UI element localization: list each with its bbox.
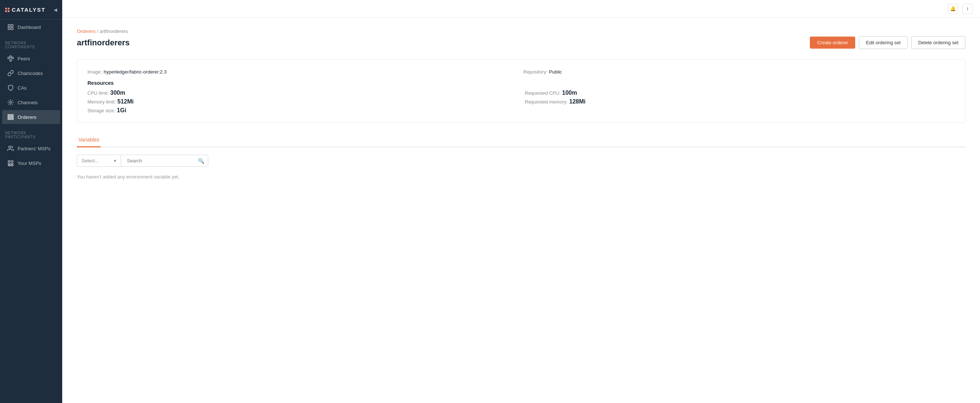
- svg-rect-3: [11, 28, 13, 30]
- main-content: 🔔 i Orderers / artfinorderers artfinorde…: [62, 0, 980, 403]
- orderers-label: Orderers: [18, 114, 36, 120]
- search-box: 🔍: [121, 155, 208, 167]
- collapse-button[interactable]: ◀: [54, 7, 57, 13]
- resources-title: Resources: [88, 80, 955, 86]
- image-label: Image:: [88, 69, 102, 75]
- your-msps-label: Your MSPs: [18, 160, 41, 166]
- storage-size-value: 1Gi: [117, 107, 126, 113]
- sidebar-item-orderers[interactable]: Orderers: [2, 110, 60, 124]
- svg-rect-5: [12, 57, 14, 59]
- storage-size-field: Storage size: 1Gi: [88, 107, 517, 114]
- tab-variables[interactable]: Variables: [77, 133, 101, 148]
- svg-rect-4: [8, 57, 10, 59]
- svg-rect-14: [11, 160, 13, 162]
- svg-rect-1: [11, 24, 13, 26]
- page-header: artfinorderers Create orderer Edit order…: [77, 36, 966, 49]
- image-field: Image: hyperledger/fabric-orderer:2.3: [88, 68, 519, 75]
- search-input[interactable]: [125, 155, 198, 167]
- cpu-limit-field: CPU limit: 300m: [88, 90, 517, 96]
- memory-limit-field: Memory limit: 512Mi: [88, 98, 517, 105]
- channels-icon: [7, 99, 14, 106]
- repository-field: Repository: Public: [523, 68, 955, 75]
- create-orderer-button[interactable]: Create orderer: [810, 36, 856, 49]
- sidebar-item-peers[interactable]: Peers: [2, 52, 60, 65]
- bell-icon: 🔔: [950, 6, 956, 11]
- sidebar-item-cas[interactable]: CAs: [2, 81, 60, 95]
- empty-state-message: You haven't added any environment variab…: [77, 174, 966, 179]
- svg-point-12: [9, 146, 11, 148]
- search-icon: 🔍: [198, 158, 204, 164]
- edit-ordering-set-button[interactable]: Edit ordering set: [859, 36, 908, 49]
- svg-rect-2: [8, 28, 10, 30]
- svg-rect-6: [10, 56, 12, 58]
- sidebar-nav-section-1: Dashboard: [0, 20, 62, 34]
- select-placeholder: Select...: [82, 158, 99, 163]
- repository-label: Repository:: [523, 69, 547, 75]
- requested-memory-value: 128Mi: [570, 98, 585, 105]
- svg-rect-13: [8, 160, 10, 162]
- sidebar-item-chaincodes[interactable]: Chaincodes: [2, 66, 60, 80]
- memory-limit-value: 512Mi: [118, 98, 134, 105]
- svg-rect-10: [8, 117, 14, 118]
- orderers-icon: [7, 114, 14, 120]
- chaincodes-label: Chaincodes: [18, 71, 43, 76]
- chevron-down-icon: ▾: [114, 158, 116, 163]
- image-value: hyperledger/fabric-orderer:2.3: [103, 69, 167, 75]
- svg-rect-16: [11, 163, 13, 165]
- storage-size-label: Storage size:: [88, 108, 115, 113]
- svg-rect-7: [10, 60, 12, 62]
- filter-row: Select... ▾ 🔍: [77, 155, 966, 167]
- dashboard-label: Dashboard: [18, 24, 41, 30]
- sidebar-item-dashboard[interactable]: Dashboard: [2, 20, 60, 34]
- page-title: artfinorderers: [77, 38, 130, 48]
- partners-msps-label: Partners' MSPs: [18, 146, 51, 151]
- cpu-limit-value: 300m: [110, 90, 125, 96]
- breadcrumb-current: artfinorderers: [100, 29, 128, 34]
- requested-cpu-label: Requested CPU:: [525, 90, 561, 96]
- svg-rect-17: [8, 165, 13, 166]
- info-card: Image: hyperledger/fabric-orderer:2.3 Re…: [77, 59, 966, 123]
- peers-icon: [7, 55, 14, 62]
- delete-ordering-set-button[interactable]: Delete ordering set: [911, 36, 966, 49]
- memory-limit-label: Memory limit:: [88, 99, 116, 105]
- variable-type-select[interactable]: Select... ▾: [77, 155, 121, 167]
- repository-value: Public: [549, 69, 562, 75]
- tabs-bar: Variables: [77, 133, 966, 148]
- requested-memory-field: Requested memory: 128Mi: [525, 98, 955, 105]
- svg-point-8: [10, 102, 12, 103]
- chaincodes-icon: [7, 70, 14, 76]
- cas-icon: [7, 84, 14, 91]
- sidebar-item-your-msps[interactable]: Your MSPs: [2, 156, 60, 170]
- sidebar-item-partners-msps[interactable]: Partners' MSPs: [2, 141, 60, 155]
- sidebar-logo: CATALYST ◀: [0, 0, 62, 20]
- image-row: Image: hyperledger/fabric-orderer:2.3 Re…: [88, 68, 955, 75]
- breadcrumb-parent[interactable]: Orderers: [77, 29, 95, 34]
- partners-icon: [7, 145, 14, 152]
- sidebar-item-channels[interactable]: Channels: [2, 95, 60, 109]
- network-participants-label: Network participants: [0, 124, 62, 141]
- search-button[interactable]: 🔍: [198, 158, 204, 164]
- svg-rect-0: [8, 24, 10, 26]
- your-msps-icon: [7, 160, 14, 167]
- dashboard-icon: [7, 24, 14, 30]
- app-name: CATALYST: [12, 6, 45, 13]
- sidebar: CATALYST ◀ Dashboard Network components …: [0, 0, 62, 403]
- requested-cpu-value: 100m: [562, 90, 577, 96]
- header-actions: Create orderer Edit ordering set Delete …: [810, 36, 966, 49]
- resources-grid: CPU limit: 300m Requested CPU: 100m Memo…: [88, 90, 955, 114]
- svg-rect-15: [8, 163, 10, 165]
- notification-button[interactable]: 🔔: [948, 4, 958, 14]
- cas-label: CAs: [18, 85, 27, 91]
- peers-label: Peers: [18, 56, 30, 62]
- user-button[interactable]: i: [963, 4, 973, 14]
- breadcrumb: Orderers / artfinorderers: [77, 29, 966, 34]
- svg-rect-11: [8, 119, 14, 120]
- requested-cpu-field: Requested CPU: 100m: [525, 90, 955, 96]
- logo-container: CATALYST: [5, 6, 45, 13]
- user-icon: i: [967, 6, 968, 11]
- requested-memory-label: Requested memory:: [525, 99, 568, 105]
- cpu-limit-label: CPU limit:: [88, 90, 109, 96]
- channels-label: Channels: [18, 100, 38, 105]
- topbar: 🔔 i: [62, 0, 980, 17]
- page-content: Orderers / artfinorderers artfinorderers…: [62, 17, 980, 403]
